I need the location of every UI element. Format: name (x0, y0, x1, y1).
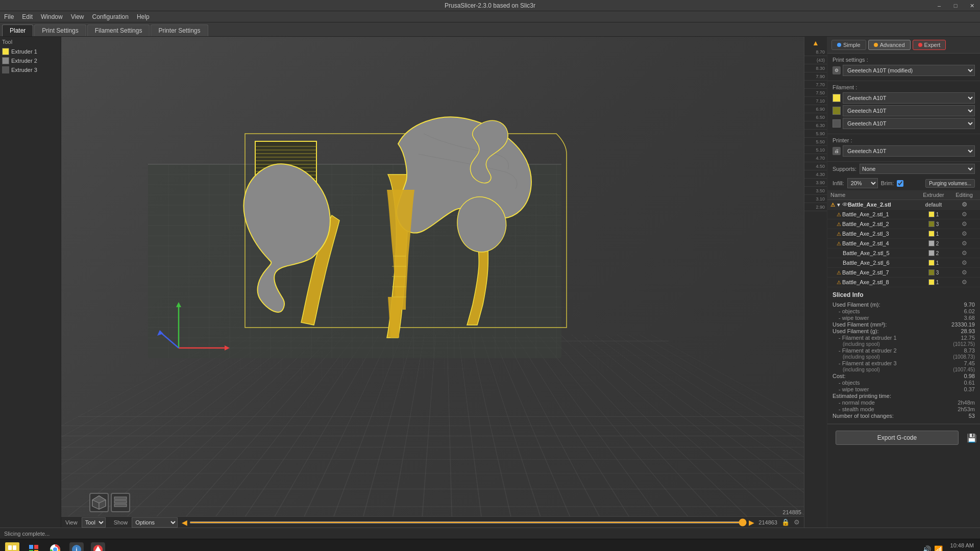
taskbar-files-button[interactable] (2, 540, 22, 552)
view-cube[interactable] (89, 493, 130, 512)
layer-slider[interactable] (189, 521, 747, 523)
filament-row-2: Geeetech A10T (832, 105, 975, 116)
cost-wipe-label: - wipe tower (839, 386, 869, 392)
menu-item-window[interactable]: Window (37, 11, 67, 22)
extruder-item-3[interactable]: Extruder 3 (2, 65, 59, 74)
normal-mode-row: - normal mode 2h48m (832, 399, 975, 406)
purging-volumes-button[interactable]: Purging volumes... (925, 179, 975, 188)
simple-mode-button[interactable]: Simple (831, 40, 866, 50)
brim-checkbox[interactable] (897, 180, 903, 187)
tab-filament-settings[interactable]: Filament Settings (87, 24, 150, 36)
table-row[interactable]: ⚠ Battle_Axe_2.stl_8 1 ⚙ (827, 278, 980, 287)
col-name-header: Name (830, 192, 916, 198)
row-gear-icon[interactable]: ⚙ (962, 211, 967, 218)
taskbar-app5-button[interactable] (88, 540, 108, 552)
show-select[interactable]: Options (132, 517, 178, 528)
ext-color-swatch (928, 250, 935, 256)
network-icon[interactable]: 📶 (934, 545, 943, 552)
extruder-item-1[interactable]: Extruder 1 (2, 47, 59, 56)
table-row[interactable]: ⚠ Battle_Axe_2.stl_3 1 ⚙ (827, 229, 980, 239)
advanced-dot (874, 43, 878, 47)
table-row[interactable]: Battle_Axe_2.stl_6 1 ⚙ (827, 258, 980, 268)
advanced-mode-button[interactable]: Advanced (868, 40, 911, 50)
printer-select[interactable]: Geeetech A10T (843, 145, 975, 157)
expand-icon[interactable]: ▼ (836, 202, 841, 208)
tab-print-settings[interactable]: Print Settings (34, 24, 86, 36)
cost-objects-row: - objects 0.61 (832, 380, 975, 386)
window-title: PrusaSlicer-2.3.0 based on Slic3r (445, 2, 535, 9)
print-settings-select[interactable]: Geeetech A10T (modified) (843, 65, 975, 76)
ext-label: 1 (936, 212, 939, 217)
right-ruler-mark: 3.50 (804, 187, 827, 195)
row-gear-icon[interactable]: ⚙ (962, 240, 967, 247)
filament-row-3: Geeetech A10T (832, 118, 975, 129)
table-row[interactable]: ⚠ Battle_Axe_2.stl_2 3 ⚙ (827, 219, 980, 229)
filament-3-select[interactable]: Geeetech A10T (843, 118, 975, 129)
tab-printer-settings[interactable]: Printer Settings (151, 24, 208, 36)
viewport-canvas[interactable]: 214885 (61, 37, 827, 528)
svg-rect-79 (34, 545, 38, 549)
minimize-button[interactable]: – (931, 0, 947, 11)
time-display: 10:48 AM (946, 542, 974, 549)
ext-label: 1 (936, 231, 939, 237)
row-extruder-cell: 1 (916, 211, 951, 217)
row-extruder-cell: 2 (916, 250, 951, 256)
row-name-text: Battle_Axe_2.stl_8 (842, 279, 916, 285)
row-name-text: Battle_Axe_2.stl_4 (842, 240, 916, 246)
view-cube-box[interactable] (89, 493, 109, 512)
ext3-spool-row: (including spool) (1007.45) (832, 367, 975, 372)
menu-item-help[interactable]: Help (133, 11, 154, 22)
close-button[interactable]: ✕ (964, 0, 980, 11)
filament-g-value: 28.93 (961, 328, 975, 334)
right-ruler-up-arrow[interactable]: ▲ (804, 38, 827, 48)
tool-label: Tool (2, 39, 59, 45)
menu-item-configuration[interactable]: Configuration (88, 11, 133, 22)
supports-select[interactable]: None (860, 164, 975, 174)
volume-icon[interactable]: 🔊 (922, 545, 931, 552)
right-ruler-mark: 5.90 (804, 130, 827, 138)
menu-item-view[interactable]: View (67, 11, 88, 22)
taskbar-chrome-button[interactable] (45, 540, 65, 552)
row-gear-icon[interactable]: ⚙ (962, 269, 967, 276)
eye-icon[interactable]: 👁 (842, 202, 848, 208)
row-gear-icon[interactable]: ⚙ (962, 201, 967, 208)
extruder-item-2[interactable]: Extruder 2 (2, 56, 59, 65)
row-extruder-cell: 3 (916, 221, 951, 227)
table-row[interactable]: ⚠ Battle_Axe_2.stl_7 3 ⚙ (827, 268, 980, 278)
filament-2-select[interactable]: Geeetech A10T (843, 105, 975, 116)
row-gear-icon[interactable]: ⚙ (962, 230, 967, 237)
row-editing-cell: ⚙ (951, 230, 977, 237)
taskbar-windows-button[interactable] (23, 540, 44, 552)
menu-item-file[interactable]: File (0, 11, 18, 22)
row-gear-icon[interactable]: ⚙ (962, 249, 967, 257)
table-row[interactable]: ⚠ Battle_Axe_2.stl_4 2 ⚙ (827, 239, 980, 248)
filament-1-select[interactable]: Geeetech A10T (843, 92, 975, 104)
row-gear-icon[interactable]: ⚙ (962, 279, 967, 286)
viewport[interactable]: ▲ 8.70(43)8.307.907.707.507.106.906.506.… (61, 37, 827, 528)
slider-arrow-right[interactable]: ▶ (749, 518, 754, 527)
view-select[interactable]: Tool (82, 517, 106, 528)
table-row[interactable]: ⚠ ▼ 👁 Battle_Axe_2.stl default ⚙ (827, 200, 980, 210)
table-row[interactable]: Battle_Axe_2.stl_5 2 ⚙ (827, 248, 980, 258)
export-gcode-button[interactable]: Export G-code (836, 431, 959, 445)
slider-arrow-left[interactable]: ◀ (182, 518, 187, 527)
view-layers-button[interactable] (111, 493, 130, 512)
tabs-row: PlaterPrint SettingsFilament SettingsPri… (0, 22, 980, 37)
objects-m-label: - objects (839, 308, 860, 314)
table-row[interactable]: ⚠ Battle_Axe_2.stl_1 1 ⚙ (827, 210, 980, 219)
expert-mode-button[interactable]: Expert (913, 40, 946, 50)
lock-icon[interactable]: 🔒 (781, 518, 790, 526)
sd-card-icon[interactable]: 💾 (967, 433, 977, 443)
taskbar-app4-button[interactable]: i (66, 540, 87, 552)
maximize-button[interactable]: □ (947, 0, 964, 11)
print-settings-icon: ⚙ (832, 66, 841, 74)
row-gear-icon[interactable]: ⚙ (962, 259, 967, 266)
tab-plater[interactable]: Plater (2, 24, 33, 36)
menu-item-edit[interactable]: Edit (18, 11, 37, 22)
svg-rect-74 (8, 545, 12, 550)
right-ruler-mark: 7.90 (804, 72, 827, 81)
infill-select[interactable]: 20% (847, 178, 878, 188)
row-gear-icon[interactable]: ⚙ (962, 220, 967, 228)
settings-gear-icon[interactable]: ⚙ (794, 518, 800, 526)
ext-color-swatch (928, 221, 935, 227)
